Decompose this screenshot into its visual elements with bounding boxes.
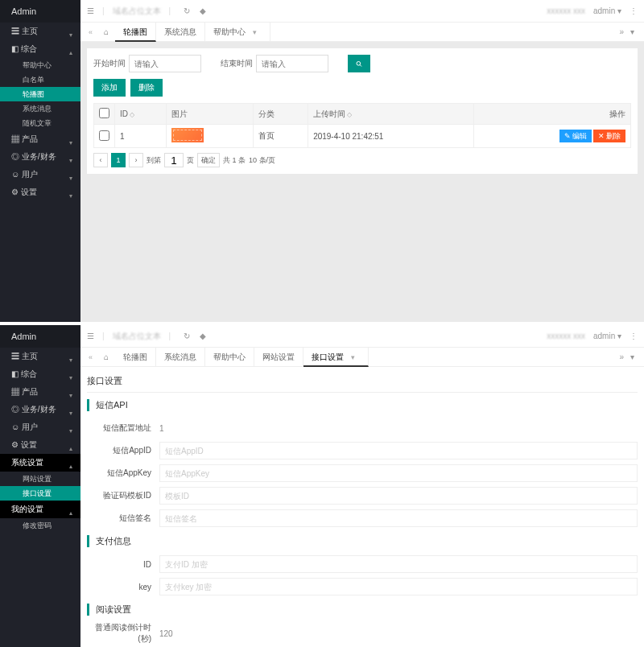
tab-carousel[interactable]: 轮播图 (115, 348, 156, 367)
topbar: ☰ | 域名占位文本 | ↻ ◆ xxxxxx xxx admin ▾ ⋮ (80, 0, 644, 23)
more-icon[interactable]: ⋮ (630, 6, 638, 15)
tab-home-icon[interactable]: ⌂ (97, 352, 115, 361)
panel-title: 接口设置 (87, 370, 638, 393)
tab-sysmsg[interactable]: 系统消息 (156, 23, 205, 42)
nav-integrated[interactable]: ◧ 综合▴ (0, 40, 80, 58)
nav-integrated[interactable]: ◧ 综合▾ (0, 365, 80, 383)
sms-appkey-input[interactable] (159, 464, 638, 482)
tab-sysmsg[interactable]: 系统消息 (156, 348, 205, 367)
data-table: ID◇ 图片 分类 上传时间◇ 操作 1 首页 2019-4-10 21:42:… (93, 103, 631, 148)
tab-site[interactable]: 网站设置 (254, 348, 303, 367)
start-time-label: 开始时间 (93, 58, 126, 69)
tabs-menu-icon[interactable]: ▾ (630, 27, 634, 36)
nav-site-settings[interactable]: 网站设置 (0, 472, 80, 486)
sms-url-value: 1 (159, 424, 638, 433)
edit-button[interactable]: ✎ 编辑 (559, 130, 592, 142)
section-sms: 短信API (87, 399, 638, 411)
sidebar: Admin ☰ 主页▾ ◧ 综合▾ ▦ 产品▾ ◎ 业务/财务▾ ☺ 用户▾ ⚙… (0, 325, 80, 647)
sms-url-label: 短信配置地址 (87, 422, 159, 434)
nav-user[interactable]: ☺ 用户▾ (0, 166, 80, 183)
page-jump-input[interactable] (164, 153, 184, 167)
user-menu[interactable]: admin ▾ (593, 6, 621, 15)
refresh-icon[interactable]: ↻ (184, 6, 190, 15)
sms-tpl-label: 验证码模板ID (87, 490, 159, 501)
nav-api-settings[interactable]: 接口设置 (0, 486, 80, 501)
delete-button[interactable]: 删除 (130, 79, 163, 97)
nav-settings[interactable]: ⚙ 设置▴ (0, 436, 80, 454)
page-next[interactable]: › (129, 153, 143, 167)
page-prev[interactable]: ‹ (93, 153, 108, 167)
nav-sub-carousel[interactable]: 轮播图 (0, 87, 80, 101)
user-menu[interactable]: admin ▾ (593, 332, 621, 340)
nav-bizfin[interactable]: ◎ 业务/财务▾ (0, 148, 80, 166)
sms-appid-label: 短信AppID (87, 445, 159, 456)
pay-id-input[interactable] (159, 555, 638, 573)
nav-product[interactable]: ▦ 产品▾ (0, 383, 80, 401)
theme-icon[interactable]: ◆ (200, 332, 206, 340)
svg-line-1 (360, 64, 361, 66)
page-go-button[interactable]: 确定 (197, 153, 220, 167)
cell-id: 1 (115, 125, 167, 148)
nav-change-pw[interactable]: 修改密码 (0, 518, 80, 533)
nav-home[interactable]: ☰ 主页▾ (0, 348, 80, 365)
pagination: ‹ 1 › 到第 页 确定 共 1 条 10 条/页 (93, 153, 631, 167)
select-all-checkbox[interactable] (99, 108, 109, 118)
tabbar: « ⌂ 轮播图 系统消息 帮助中心 ▾ »▾ (80, 23, 644, 42)
tab-carousel[interactable]: 轮播图 (115, 23, 156, 42)
nav-product[interactable]: ▦ 产品▾ (0, 130, 80, 148)
tabs-prev-icon[interactable]: « (84, 353, 97, 361)
section-pay: 支付信息 (87, 535, 638, 547)
end-time-input[interactable] (256, 55, 328, 72)
tab-help[interactable]: 帮助中心 ▾ (205, 23, 270, 42)
add-button[interactable]: 添加 (93, 79, 126, 97)
tab-api[interactable]: 接口设置 ▾ (303, 348, 369, 367)
sms-sign-input[interactable] (159, 509, 638, 527)
sms-tpl-input[interactable] (159, 487, 638, 505)
content-panel: 开始时间 结束时间 添加 删除 ID◇ (87, 48, 638, 174)
nav-sub-sysmsg[interactable]: 系统消息 (0, 101, 80, 116)
more-icon[interactable]: ⋮ (630, 332, 638, 340)
nav-bizfin[interactable]: ◎ 业务/财务▾ (0, 401, 80, 418)
menu-toggle-icon[interactable]: ☰ (87, 6, 94, 15)
pay-key-input[interactable] (159, 578, 638, 595)
sms-appid-input[interactable] (159, 442, 638, 459)
row-checkbox[interactable] (99, 130, 109, 141)
chevron-up-icon: ▴ (69, 44, 72, 62)
breadcrumb-blur: 域名占位文本 (113, 331, 161, 342)
tabs-menu-icon[interactable]: ▾ (630, 352, 634, 361)
col-id[interactable]: ID◇ (115, 104, 167, 125)
breadcrumb-blur: 域名占位文本 (113, 6, 161, 17)
read-normal-value: 120 (159, 629, 638, 638)
nav-home[interactable]: ☰ 主页▾ (0, 23, 80, 40)
theme-icon[interactable]: ◆ (200, 6, 206, 15)
pay-key-label: key (87, 583, 159, 591)
cell-cat: 首页 (254, 125, 308, 148)
tabs-next-icon[interactable]: » (619, 27, 624, 36)
nav-user[interactable]: ☺ 用户▾ (0, 418, 80, 436)
tabs-prev-icon[interactable]: « (84, 28, 97, 36)
col-time[interactable]: 上传时间◇ (308, 104, 474, 125)
nav-settings[interactable]: ⚙ 设置▾ (0, 183, 80, 201)
col-op: 操作 (473, 104, 630, 125)
tab-help[interactable]: 帮助中心 (205, 348, 254, 367)
sms-sign-label: 短信签名 (87, 513, 159, 524)
refresh-icon[interactable]: ↻ (184, 332, 190, 340)
nav-sys-settings[interactable]: 系统设置▴ (0, 454, 80, 472)
col-img: 图片 (166, 104, 254, 125)
tab-home-icon[interactable]: ⌂ (97, 27, 115, 36)
nav-sub-random[interactable]: 随机文章 (0, 116, 80, 130)
menu-toggle-icon[interactable]: ☰ (87, 332, 94, 340)
end-time-label: 结束时间 (221, 58, 253, 69)
nav-sub-white[interactable]: 白名单 (0, 72, 80, 87)
tabs-next-icon[interactable]: » (619, 352, 624, 361)
page-1[interactable]: 1 (111, 153, 126, 167)
row-delete-button[interactable]: ✕ 删除 (593, 130, 625, 142)
start-time-input[interactable] (129, 55, 201, 72)
nav-my-settings[interactable]: 我的设置▴ (0, 501, 80, 518)
read-normal-label: 普通阅读倒计时(秒) (87, 622, 159, 645)
user-info-blur: xxxxxx xxx (547, 6, 585, 15)
search-button[interactable] (348, 55, 370, 72)
sms-appkey-label: 短信AppKey (87, 468, 159, 479)
sidebar: Admin ☰ 主页▾ ◧ 综合▴ 帮助中心 白名单 轮播图 系统消息 随机文章… (0, 0, 80, 322)
nav-sub-help[interactable]: 帮助中心 (0, 58, 80, 72)
